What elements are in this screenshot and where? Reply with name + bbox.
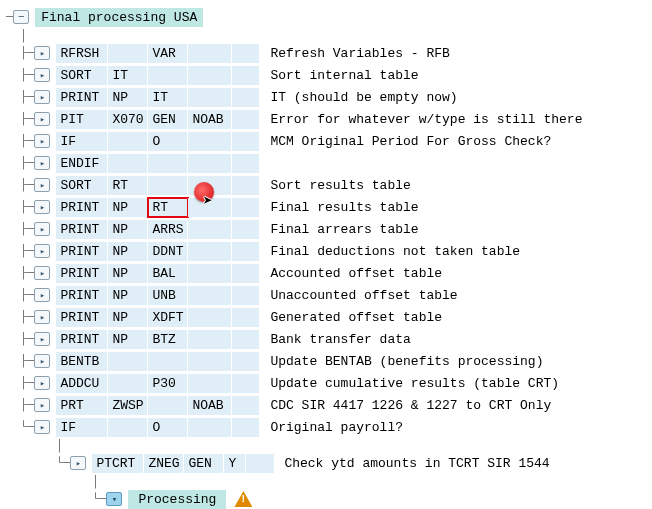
folder-open-icon[interactable] <box>106 492 122 506</box>
col4 <box>188 220 232 239</box>
doc-icon[interactable] <box>34 222 50 236</box>
connector: ├─ <box>6 46 34 60</box>
doc-icon[interactable] <box>34 244 50 258</box>
doc-icon[interactable] <box>34 178 50 192</box>
doc-icon[interactable] <box>34 354 50 368</box>
connector: ├─ <box>6 310 34 324</box>
col5 <box>232 154 260 173</box>
tree-row[interactable]: ├─ RFRSHVARRefresh Variables - RFB <box>6 42 652 64</box>
col3: ARRS <box>148 220 188 239</box>
columns: PRINTNPUNB <box>56 286 260 305</box>
tree-folder-processing[interactable]: └─ Processing <box>6 488 652 509</box>
columns: PRINTNPIT <box>56 88 260 107</box>
doc-icon[interactable] <box>34 398 50 412</box>
doc-icon[interactable] <box>34 288 50 302</box>
tree-row[interactable]: ├─ PRINTNPRTFinal results table <box>6 196 652 218</box>
tree-row[interactable]: ├─ SORTRTSort results table <box>6 174 652 196</box>
tree-row-ptcrt[interactable]: └─ PTCRT ZNEG GEN Y Check ytd amounts in… <box>6 452 652 474</box>
tree-row[interactable]: ├─ ADDCUP30Update cumulative results (ta… <box>6 372 652 394</box>
tree-row[interactable]: ├─ PRINTNPARRSFinal arrears table <box>6 218 652 240</box>
description: Sort internal table <box>260 68 418 83</box>
doc-icon[interactable] <box>34 376 50 390</box>
col2 <box>108 132 148 151</box>
col3: VAR <box>148 44 188 63</box>
description: Final results table <box>260 200 418 215</box>
connector: ├─ <box>6 178 34 192</box>
col4: NOAB <box>188 110 232 129</box>
columns: PRINTNPDDNT <box>56 242 260 261</box>
col1: BENTB <box>56 352 108 371</box>
col2 <box>108 154 148 173</box>
connector: └─ <box>6 492 106 506</box>
doc-icon[interactable] <box>34 156 50 170</box>
connector: ─ <box>6 10 13 24</box>
col2: NP <box>108 220 148 239</box>
tree-row[interactable]: ├─ PRINTNPDDNTFinal deductions not taken… <box>6 240 652 262</box>
col2: RT <box>108 176 148 195</box>
doc-icon[interactable] <box>34 332 50 346</box>
spacer: │ <box>6 28 652 42</box>
columns: PRTZWSPNOAB <box>56 396 260 415</box>
col2: NP <box>108 242 148 261</box>
doc-icon[interactable] <box>34 112 50 126</box>
tree-row[interactable]: ├─ SORTITSort internal table <box>6 64 652 86</box>
col5 <box>232 286 260 305</box>
doc-icon[interactable] <box>34 46 50 60</box>
col5 <box>232 132 260 151</box>
tree-row[interactable]: ├─ PRINTNPUNBUnaccounted offset table <box>6 284 652 306</box>
col5 <box>232 308 260 327</box>
col2: NP <box>108 330 148 349</box>
col5 <box>232 396 260 415</box>
collapse-icon[interactable] <box>13 10 29 24</box>
tree-row[interactable]: ├─ PRINTNPBALAccounted offset table <box>6 262 652 284</box>
tree-row[interactable]: ├─ PRTZWSPNOABCDC SIR 4417 1226 & 1227 t… <box>6 394 652 416</box>
col1: PRINT <box>56 264 108 283</box>
tree-row[interactable]: ├─ IFOMCM Original Period For Gross Chec… <box>6 130 652 152</box>
col3 <box>148 352 188 371</box>
doc-icon[interactable] <box>34 200 50 214</box>
col2 <box>108 374 148 393</box>
tree-row[interactable]: ├─ PRINTNPXDFTGenerated offset table <box>6 306 652 328</box>
tree-root[interactable]: ─ Final processing USA <box>6 6 652 28</box>
tree-row[interactable]: ├─ ENDIF <box>6 152 652 174</box>
col4 <box>188 286 232 305</box>
col1: PRINT <box>56 308 108 327</box>
doc-icon[interactable] <box>34 68 50 82</box>
tree-row[interactable]: ├─ PITX070GENNOABError for whatever w/ty… <box>6 108 652 130</box>
description: MCM Original Period For Gross Check? <box>260 134 551 149</box>
col4 <box>188 330 232 349</box>
doc-icon[interactable] <box>70 456 86 470</box>
col4 <box>188 88 232 107</box>
col3 <box>148 396 188 415</box>
col1: PIT <box>56 110 108 129</box>
doc-icon[interactable] <box>34 134 50 148</box>
tree-row[interactable]: ├─ PRINTNPITIT (should be empty now) <box>6 86 652 108</box>
col3 <box>148 66 188 85</box>
doc-icon[interactable] <box>34 90 50 104</box>
columns: PRINTNPRT <box>56 198 260 217</box>
col3: O <box>148 132 188 151</box>
col2 <box>108 352 148 371</box>
columns: PRINTNPBTZ <box>56 330 260 349</box>
col5 <box>232 44 260 63</box>
columns: SORTIT <box>56 66 260 85</box>
tree-row[interactable]: ├─ PRINTNPBTZBank transfer data <box>6 328 652 350</box>
col2: NP <box>108 308 148 327</box>
col3 <box>148 176 188 195</box>
col1: IF <box>56 418 108 437</box>
col5 <box>232 418 260 437</box>
doc-icon[interactable] <box>34 420 50 434</box>
col5 <box>232 242 260 261</box>
col1: SORT <box>56 66 108 85</box>
connector: ├─ <box>6 288 34 302</box>
description: Original payroll? <box>260 420 403 435</box>
tree-row[interactable]: └─ IFOOriginal payroll? <box>6 416 652 438</box>
columns: PRINTNPBAL <box>56 264 260 283</box>
col2: NP <box>108 88 148 107</box>
tree-row[interactable]: ├─ BENTBUpdate BENTAB (benefits processi… <box>6 350 652 372</box>
description: Update cumulative results (table CRT) <box>260 376 559 391</box>
col1: ENDIF <box>56 154 108 173</box>
doc-icon[interactable] <box>34 310 50 324</box>
description: Final arrears table <box>260 222 418 237</box>
doc-icon[interactable] <box>34 266 50 280</box>
